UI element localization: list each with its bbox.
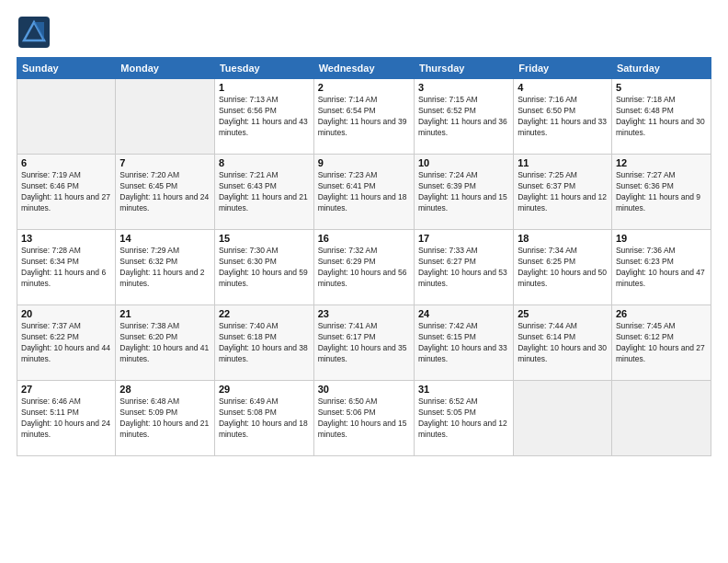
calendar-cell: 13Sunrise: 7:28 AM Sunset: 6:34 PM Dayli… bbox=[17, 230, 116, 305]
calendar-week-row: 1Sunrise: 7:13 AM Sunset: 6:56 PM Daylig… bbox=[17, 79, 711, 155]
day-detail: Sunrise: 7:29 AM Sunset: 6:32 PM Dayligh… bbox=[119, 246, 210, 290]
weekday-header-monday: Monday bbox=[116, 58, 215, 79]
day-number: 12 bbox=[616, 157, 707, 168]
calendar-cell: 8Sunrise: 7:21 AM Sunset: 6:43 PM Daylig… bbox=[214, 155, 313, 230]
day-number: 30 bbox=[318, 384, 410, 395]
calendar-cell: 20Sunrise: 7:37 AM Sunset: 6:22 PM Dayli… bbox=[17, 305, 116, 381]
day-detail: Sunrise: 7:40 AM Sunset: 6:18 PM Dayligh… bbox=[219, 321, 310, 365]
day-detail: Sunrise: 7:37 AM Sunset: 6:22 PM Dayligh… bbox=[21, 321, 111, 365]
calendar-cell: 12Sunrise: 7:27 AM Sunset: 6:36 PM Dayli… bbox=[611, 155, 711, 230]
day-detail: Sunrise: 6:48 AM Sunset: 5:09 PM Dayligh… bbox=[119, 396, 210, 441]
weekday-header-sunday: Sunday bbox=[17, 58, 116, 79]
calendar-cell: 5Sunrise: 7:18 AM Sunset: 6:48 PM Daylig… bbox=[611, 79, 711, 155]
calendar-cell: 24Sunrise: 7:42 AM Sunset: 6:15 PM Dayli… bbox=[414, 305, 513, 381]
day-detail: Sunrise: 7:27 AM Sunset: 6:36 PM Dayligh… bbox=[616, 170, 707, 214]
logo bbox=[17, 15, 55, 50]
day-detail: Sunrise: 7:24 AM Sunset: 6:39 PM Dayligh… bbox=[418, 170, 509, 214]
page: SundayMondayTuesdayWednesdayThursdayFrid… bbox=[0, 0, 728, 563]
calendar-header-row: SundayMondayTuesdayWednesdayThursdayFrid… bbox=[17, 58, 711, 79]
day-detail: Sunrise: 7:34 AM Sunset: 6:25 PM Dayligh… bbox=[518, 246, 608, 290]
day-detail: Sunrise: 7:19 AM Sunset: 6:46 PM Dayligh… bbox=[21, 170, 111, 214]
day-number: 29 bbox=[219, 384, 310, 395]
day-detail: Sunrise: 7:45 AM Sunset: 6:12 PM Dayligh… bbox=[616, 321, 707, 365]
day-number: 3 bbox=[418, 82, 509, 93]
calendar-cell: 1Sunrise: 7:13 AM Sunset: 6:56 PM Daylig… bbox=[214, 79, 313, 155]
calendar-cell: 10Sunrise: 7:24 AM Sunset: 6:39 PM Dayli… bbox=[414, 155, 513, 230]
day-number: 15 bbox=[219, 233, 310, 244]
calendar-cell: 17Sunrise: 7:33 AM Sunset: 6:27 PM Dayli… bbox=[414, 230, 513, 305]
calendar-cell: 14Sunrise: 7:29 AM Sunset: 6:32 PM Dayli… bbox=[116, 230, 215, 305]
calendar-cell bbox=[116, 79, 215, 155]
day-number: 19 bbox=[616, 233, 707, 244]
calendar-cell bbox=[514, 381, 612, 456]
day-number: 5 bbox=[616, 82, 707, 93]
calendar-week-row: 27Sunrise: 6:46 AM Sunset: 5:11 PM Dayli… bbox=[17, 381, 711, 456]
day-detail: Sunrise: 7:16 AM Sunset: 6:50 PM Dayligh… bbox=[518, 95, 608, 139]
day-detail: Sunrise: 6:46 AM Sunset: 5:11 PM Dayligh… bbox=[21, 396, 111, 441]
day-number: 27 bbox=[21, 384, 111, 395]
day-detail: Sunrise: 7:21 AM Sunset: 6:43 PM Dayligh… bbox=[219, 170, 310, 214]
day-detail: Sunrise: 7:14 AM Sunset: 6:54 PM Dayligh… bbox=[318, 95, 410, 139]
day-number: 25 bbox=[518, 308, 608, 319]
day-detail: Sunrise: 7:32 AM Sunset: 6:29 PM Dayligh… bbox=[318, 246, 410, 290]
calendar-week-row: 20Sunrise: 7:37 AM Sunset: 6:22 PM Dayli… bbox=[17, 305, 711, 381]
day-number: 6 bbox=[21, 157, 111, 168]
calendar-cell: 16Sunrise: 7:32 AM Sunset: 6:29 PM Dayli… bbox=[313, 230, 414, 305]
calendar-cell: 31Sunrise: 6:52 AM Sunset: 5:05 PM Dayli… bbox=[414, 381, 513, 456]
weekday-header-tuesday: Tuesday bbox=[214, 58, 313, 79]
day-number: 14 bbox=[119, 233, 210, 244]
weekday-header-friday: Friday bbox=[514, 58, 612, 79]
weekday-header-thursday: Thursday bbox=[414, 58, 513, 79]
day-detail: Sunrise: 7:13 AM Sunset: 6:56 PM Dayligh… bbox=[219, 95, 310, 139]
day-number: 9 bbox=[318, 157, 410, 168]
weekday-header-wednesday: Wednesday bbox=[313, 58, 414, 79]
day-detail: Sunrise: 7:33 AM Sunset: 6:27 PM Dayligh… bbox=[418, 246, 509, 290]
day-detail: Sunrise: 7:28 AM Sunset: 6:34 PM Dayligh… bbox=[21, 246, 111, 290]
calendar-week-row: 13Sunrise: 7:28 AM Sunset: 6:34 PM Dayli… bbox=[17, 230, 711, 305]
day-number: 22 bbox=[219, 308, 310, 319]
calendar-week-row: 6Sunrise: 7:19 AM Sunset: 6:46 PM Daylig… bbox=[17, 155, 711, 230]
day-number: 1 bbox=[219, 82, 310, 93]
calendar-cell: 25Sunrise: 7:44 AM Sunset: 6:14 PM Dayli… bbox=[514, 305, 612, 381]
header bbox=[17, 15, 711, 50]
day-number: 18 bbox=[518, 233, 608, 244]
calendar-cell: 11Sunrise: 7:25 AM Sunset: 6:37 PM Dayli… bbox=[514, 155, 612, 230]
day-detail: Sunrise: 6:52 AM Sunset: 5:05 PM Dayligh… bbox=[418, 396, 509, 441]
day-number: 31 bbox=[418, 384, 509, 395]
calendar-cell: 28Sunrise: 6:48 AM Sunset: 5:09 PM Dayli… bbox=[116, 381, 215, 456]
day-detail: Sunrise: 7:38 AM Sunset: 6:20 PM Dayligh… bbox=[119, 321, 210, 365]
weekday-header-saturday: Saturday bbox=[611, 58, 711, 79]
calendar-cell: 3Sunrise: 7:15 AM Sunset: 6:52 PM Daylig… bbox=[414, 79, 513, 155]
day-number: 13 bbox=[21, 233, 111, 244]
calendar-cell: 21Sunrise: 7:38 AM Sunset: 6:20 PM Dayli… bbox=[116, 305, 215, 381]
calendar-cell: 18Sunrise: 7:34 AM Sunset: 6:25 PM Dayli… bbox=[514, 230, 612, 305]
logo-icon bbox=[17, 15, 51, 50]
calendar-cell: 6Sunrise: 7:19 AM Sunset: 6:46 PM Daylig… bbox=[17, 155, 116, 230]
calendar-cell: 27Sunrise: 6:46 AM Sunset: 5:11 PM Dayli… bbox=[17, 381, 116, 456]
day-number: 10 bbox=[418, 157, 509, 168]
day-detail: Sunrise: 6:49 AM Sunset: 5:08 PM Dayligh… bbox=[219, 396, 310, 441]
day-detail: Sunrise: 7:15 AM Sunset: 6:52 PM Dayligh… bbox=[418, 95, 509, 139]
day-number: 4 bbox=[518, 82, 608, 93]
calendar-cell: 19Sunrise: 7:36 AM Sunset: 6:23 PM Dayli… bbox=[611, 230, 711, 305]
calendar-cell: 22Sunrise: 7:40 AM Sunset: 6:18 PM Dayli… bbox=[214, 305, 313, 381]
day-number: 21 bbox=[119, 308, 210, 319]
day-number: 20 bbox=[21, 308, 111, 319]
calendar-cell bbox=[611, 381, 711, 456]
day-number: 23 bbox=[318, 308, 410, 319]
day-detail: Sunrise: 7:42 AM Sunset: 6:15 PM Dayligh… bbox=[418, 321, 509, 365]
day-number: 17 bbox=[418, 233, 509, 244]
calendar-cell: 15Sunrise: 7:30 AM Sunset: 6:30 PM Dayli… bbox=[214, 230, 313, 305]
calendar-cell: 7Sunrise: 7:20 AM Sunset: 6:45 PM Daylig… bbox=[116, 155, 215, 230]
calendar-cell: 29Sunrise: 6:49 AM Sunset: 5:08 PM Dayli… bbox=[214, 381, 313, 456]
day-detail: Sunrise: 7:30 AM Sunset: 6:30 PM Dayligh… bbox=[219, 246, 310, 290]
day-detail: Sunrise: 7:25 AM Sunset: 6:37 PM Dayligh… bbox=[518, 170, 608, 214]
calendar-cell: 2Sunrise: 7:14 AM Sunset: 6:54 PM Daylig… bbox=[313, 79, 414, 155]
day-detail: Sunrise: 6:50 AM Sunset: 5:06 PM Dayligh… bbox=[318, 396, 410, 441]
calendar-cell: 23Sunrise: 7:41 AM Sunset: 6:17 PM Dayli… bbox=[313, 305, 414, 381]
calendar-cell: 9Sunrise: 7:23 AM Sunset: 6:41 PM Daylig… bbox=[313, 155, 414, 230]
day-number: 24 bbox=[418, 308, 509, 319]
day-number: 7 bbox=[119, 157, 210, 168]
calendar-cell: 4Sunrise: 7:16 AM Sunset: 6:50 PM Daylig… bbox=[514, 79, 612, 155]
day-detail: Sunrise: 7:23 AM Sunset: 6:41 PM Dayligh… bbox=[318, 170, 410, 214]
